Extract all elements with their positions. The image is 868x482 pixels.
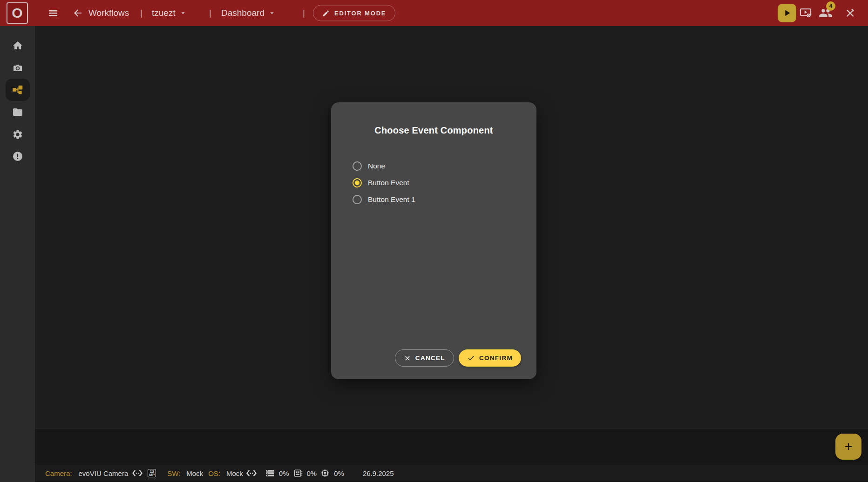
- sidebar-nav: [0, 26, 35, 482]
- radio-option-button-event[interactable]: Button Event: [353, 174, 536, 191]
- display-settings-button[interactable]: [799, 7, 812, 20]
- workflows-label: Workflows: [88, 8, 129, 18]
- plus-icon: +: [844, 439, 853, 455]
- users-button[interactable]: 4: [819, 6, 833, 20]
- menu-button[interactable]: [47, 7, 59, 19]
- confirm-label: CONFIRM: [479, 355, 513, 362]
- bottom-toolbar-strip: +: [35, 428, 868, 465]
- editor-mode-button[interactable]: EDITOR MODE: [313, 5, 395, 21]
- pencil-icon: [322, 9, 330, 17]
- sidebar-item-files[interactable]: [6, 101, 30, 123]
- settings-gear-icon: [12, 129, 23, 140]
- camera-icon: [12, 62, 23, 74]
- sidebar-item-settings[interactable]: [6, 123, 30, 146]
- status-bar: Camera: evoVIU Camera 13 MP SW: Mock OS:…: [35, 465, 868, 481]
- run-workflow-button[interactable]: [778, 4, 796, 22]
- event-component-options: None Button Event Button Event 1: [331, 158, 536, 208]
- workflows-breadcrumb[interactable]: Workflows: [88, 8, 129, 18]
- camera-value: evoVIU Camera: [79, 469, 129, 477]
- edit-off-button[interactable]: [844, 7, 856, 19]
- cpu-icon: [320, 469, 330, 478]
- back-button[interactable]: [72, 7, 83, 19]
- edit-off-icon: [844, 7, 856, 19]
- chevron-down-icon: [268, 9, 276, 17]
- chevron-down-icon: [179, 9, 187, 17]
- radio-icon[interactable]: [353, 195, 362, 204]
- workflow-selector[interactable]: tzuezt: [152, 8, 187, 18]
- app-logo: O: [7, 2, 28, 24]
- home-icon: [12, 40, 23, 51]
- sidebar-item-camera[interactable]: [6, 57, 30, 79]
- notification-badge: 4: [826, 1, 835, 11]
- radio-option-none[interactable]: None: [353, 158, 536, 174]
- os-value: Mock: [226, 469, 243, 477]
- alert-icon: [12, 151, 23, 162]
- top-app-bar: O Workflows | tzuezt | Dashboard | EDITO…: [0, 0, 868, 26]
- arrow-left-icon: [72, 7, 83, 19]
- app-window: O Workflows | tzuezt | Dashboard | EDITO…: [0, 0, 868, 482]
- cancel-label: CANCEL: [415, 355, 445, 362]
- confirm-button[interactable]: CONFIRM: [459, 349, 521, 367]
- hamburger-icon: [47, 7, 59, 19]
- os-label: OS:: [208, 469, 220, 477]
- cancel-button[interactable]: CANCEL: [395, 349, 454, 367]
- connection-icon: [246, 469, 257, 477]
- storage-percent: 0%: [307, 469, 317, 477]
- connection-icon: [132, 469, 143, 477]
- display-settings-icon: [799, 7, 812, 20]
- dialog-actions: CANCEL CONFIRM: [395, 349, 521, 367]
- dialog-title: Choose Event Component: [331, 125, 536, 136]
- editor-mode-label: EDITOR MODE: [334, 10, 386, 17]
- sidebar-item-alerts[interactable]: [6, 145, 30, 167]
- breadcrumb-separator: |: [140, 8, 142, 18]
- folder-icon: [12, 107, 23, 118]
- radio-label: Button Event: [368, 179, 409, 187]
- breadcrumb-separator: |: [303, 8, 305, 18]
- app-logo-letter: O: [12, 5, 22, 21]
- radio-icon[interactable]: [353, 178, 362, 187]
- close-icon: [404, 355, 411, 362]
- view-name: Dashboard: [221, 8, 264, 18]
- sidebar-item-home[interactable]: [6, 34, 30, 57]
- ram-percent: 0%: [279, 469, 289, 477]
- ram-icon: [265, 469, 275, 478]
- workflow-icon: [12, 84, 24, 96]
- workflow-name: tzuezt: [152, 8, 176, 18]
- megapixel-unit: MP: [149, 473, 155, 477]
- sw-value: Mock: [186, 469, 203, 477]
- check-icon: [467, 354, 475, 362]
- status-date: 26.9.2025: [363, 469, 394, 477]
- storage-icon: [293, 469, 303, 478]
- camera-label: Camera:: [45, 469, 72, 477]
- radio-label: None: [368, 162, 385, 170]
- radio-option-button-event-1[interactable]: Button Event 1: [353, 191, 536, 208]
- megapixel-badge: 13 MP: [148, 469, 156, 477]
- choose-event-component-dialog: Choose Event Component None Button Event…: [331, 102, 536, 379]
- breadcrumb-separator: |: [209, 8, 211, 18]
- sw-label: SW:: [167, 469, 180, 477]
- add-button[interactable]: +: [835, 434, 861, 460]
- play-icon: [782, 8, 792, 18]
- sidebar-item-workflows[interactable]: [6, 79, 30, 101]
- view-selector[interactable]: Dashboard: [221, 8, 276, 18]
- cpu-percent: 0%: [334, 469, 344, 477]
- radio-label: Button Event 1: [368, 195, 415, 204]
- radio-icon[interactable]: [353, 161, 362, 171]
